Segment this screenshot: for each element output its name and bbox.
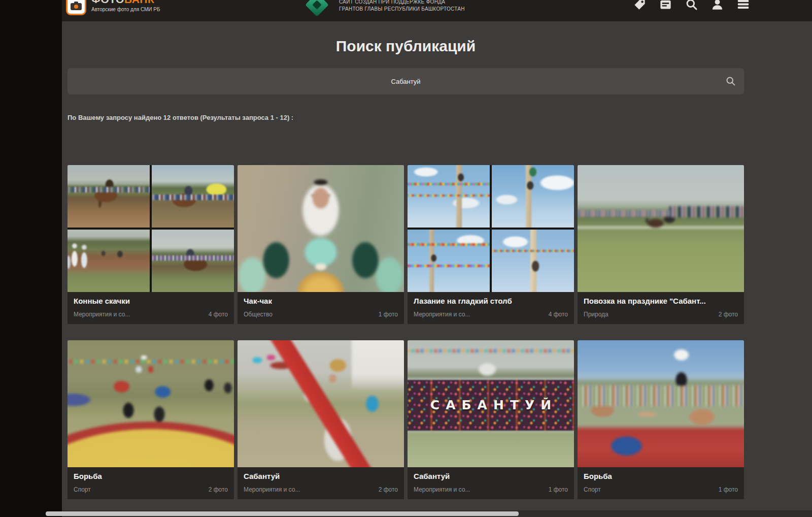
card-category: Общество [244,311,273,318]
partner-text: САЙТ СОЗДАН ПРИ ПОДДЕРЖКЕ ФОНДА ГРАНТОВ … [339,0,465,13]
result-card[interactable]: САБАНТУЙ Сабантуй Мероприятия и со... 1 … [408,340,574,499]
thumbnail-photo [492,230,574,292]
result-card[interactable]: Чак-чак Общество 1 фото [238,165,404,324]
card-title: Борьба [584,472,738,480]
result-card[interactable]: Сабантуй Мероприятия и со... 2 фото [238,340,404,499]
card-photo-count: 1 фото [549,486,568,493]
result-card[interactable]: Повозка на празднике "Сабант... Природа … [578,165,744,324]
card-thumbnail [238,340,404,467]
brand-tagline: Авторские фото для СМИ РБ [91,7,160,12]
card-meta: Борьба Спорт 1 фото [578,467,744,499]
menu-icon[interactable] [736,0,750,11]
card-thumbnail [408,165,574,292]
brand-part-1: ФОТО [91,0,124,5]
brand-part-2: БАНК [124,0,154,5]
result-card[interactable]: Лазание на гладкий столб Мероприятия и с… [408,165,574,324]
search-icon[interactable] [685,0,698,11]
card-title: Лазание на гладкий столб [414,297,568,305]
card-meta: Конные скачки Мероприятия и со... 4 фото [67,292,234,324]
card-meta: Борьба Спорт 2 фото [67,467,234,499]
card-thumbnail [578,340,744,467]
card-thumbnail [67,165,234,292]
result-card[interactable]: Борьба Спорт 2 фото [67,340,234,499]
card-title: Борьба [74,472,228,480]
result-card[interactable]: Конные скачки Мероприятия и со... 4 фото [67,165,234,324]
header-actions [633,0,750,11]
card-category: Природа [584,311,608,318]
card-title: Конные скачки [74,297,228,305]
horizontal-scrollbar-thumb[interactable] [46,511,519,516]
thumbnail-photo [152,230,234,292]
card-title: Чак-чак [244,297,398,305]
thumbnail-photo [408,230,490,292]
user-icon[interactable] [710,0,724,11]
partner-line-2: ГРАНТОВ ГЛАВЫ РЕСПУБЛИКИ БАШКОРТОСТАН [339,6,465,13]
albums-icon[interactable] [659,0,672,11]
partner-diamond-icon [305,0,329,17]
card-category: Мероприятия и со... [244,486,300,493]
card-meta: Чак-чак Общество 1 фото [238,292,404,324]
tags-icon[interactable] [633,0,647,11]
card-photo-count: 2 фото [719,311,738,318]
search-input[interactable] [67,68,744,94]
card-meta: Лазание на гладкий столб Мероприятия и с… [408,292,574,324]
card-meta: Повозка на празднике "Сабант... Природа … [578,292,744,324]
card-meta: Сабантуй Мероприятия и со... 1 фото [408,467,574,499]
results-grid: Конные скачки Мероприятия и со... 4 фото… [67,165,744,499]
thumbnail-photo [67,165,150,228]
search-bar [67,68,744,94]
window-left-margin [0,0,62,517]
sabantuy-banner-text: САБАНТУЙ [408,380,574,431]
card-thumbnail [238,165,404,292]
card-category: Мероприятия и со... [414,486,470,493]
thumbnail-photo [67,230,150,292]
card-photo-count: 4 фото [209,311,228,318]
card-category: Спорт [74,486,91,493]
card-photo-count: 1 фото [719,486,738,493]
card-photo-count: 2 фото [209,486,228,493]
search-submit-icon[interactable] [725,76,736,86]
card-meta: Сабантуй Мероприятия и со... 2 фото [238,467,404,499]
card-title: Сабантуй [244,472,398,480]
card-thumbnail [578,165,744,292]
main-content: Поиск публикаций По Вашему запросу найде… [62,21,812,517]
page: ФОТОБАНК Авторские фото для СМИ РБ САЙТ … [0,0,812,517]
card-category: Мероприятия и со... [414,311,470,318]
card-photo-count: 2 фото [379,486,398,493]
card-photo-count: 4 фото [549,311,568,318]
partner-line-1: САЙТ СОЗДАН ПРИ ПОДДЕРЖКЕ ФОНДА [339,0,465,6]
thumbnail-photo [492,165,574,228]
thumbnail-photo [152,165,234,228]
page-title: Поиск публикаций [67,38,744,55]
result-card[interactable]: Борьба Спорт 1 фото [578,340,744,499]
card-thumbnail: САБАНТУЙ [408,340,574,467]
card-photo-count: 1 фото [379,311,398,318]
camera-icon [71,3,82,10]
card-category: Спорт [584,486,601,493]
card-category: Мероприятия и со... [74,311,130,318]
site-logo[interactable] [66,0,86,15]
thumbnail-photo [408,165,490,228]
results-summary: По Вашему запросу найдено 12 ответов (Ре… [67,114,744,121]
header: ФОТОБАНК Авторские фото для СМИ РБ САЙТ … [0,0,812,21]
card-title: Сабантуй [414,472,568,480]
card-thumbnail [67,340,234,467]
card-title: Повозка на празднике "Сабант... [584,297,738,305]
brand-title[interactable]: ФОТОБАНК [91,0,154,6]
